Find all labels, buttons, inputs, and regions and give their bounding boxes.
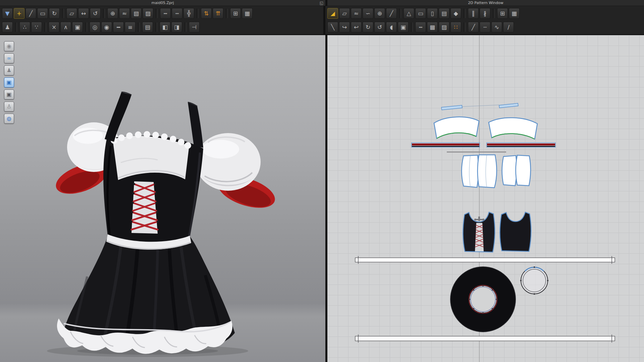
line-tool-icon[interactable]: ╱ <box>468 22 479 33</box>
transform-pattern-icon[interactable]: ◢ <box>327 8 338 19</box>
circle-skirt-pattern[interactable] <box>450 267 516 332</box>
dashed-line-tool-icon[interactable]: ┄ <box>480 22 490 33</box>
corset-panel-patterns[interactable] <box>462 155 531 188</box>
detach-sewing-icon[interactable]: ↩ <box>351 22 362 33</box>
edit-curvature-icon[interactable]: ≈ <box>351 8 362 19</box>
edit-texture-icon[interactable]: ▧ <box>131 8 142 19</box>
pin-tool-icon[interactable]: ⊣ <box>189 22 200 33</box>
toolbar-3d-row1: ▼+╱▭↻▱↔↺⊕≈▧▨┅┉╬⇅⇈⊞▦ <box>2 6 321 20</box>
grading-icon[interactable]: ∷ <box>450 22 461 33</box>
add-segment-icon[interactable]: ╱ <box>386 8 397 19</box>
right-puff-sleeve[interactable] <box>196 133 279 214</box>
viewport-3d[interactable]: ◉∞♟▣▣♙◍ <box>0 35 325 362</box>
select-pen-icon[interactable]: ╱ <box>25 8 36 19</box>
chest-band-patterns[interactable] <box>434 117 537 139</box>
sewing-cursor-icon[interactable]: ◎ <box>90 22 100 33</box>
bodice-front-pattern[interactable] <box>463 212 495 252</box>
box-select-icon[interactable]: ▭ <box>37 8 48 19</box>
move-pattern-icon[interactable]: ↔ <box>78 8 89 19</box>
toolbar-separator <box>44 22 46 32</box>
toolbar-separator <box>226 9 228 18</box>
move-sewing-icon[interactable]: ↪ <box>339 22 350 33</box>
pose-edit-icon[interactable]: ∧ <box>60 22 71 33</box>
strap-patterns[interactable] <box>441 103 518 110</box>
pattern-pieces-canvas[interactable] <box>327 35 644 362</box>
trim-strip-patterns[interactable] <box>412 143 555 153</box>
edit-sewing-icon[interactable]: ╲ <box>327 22 338 33</box>
arrangement-move-icon[interactable]: ∵ <box>31 22 42 33</box>
show-avatar-icon[interactable]: ♟ <box>4 65 14 75</box>
pattern-table-icon[interactable]: ▦ <box>242 8 253 19</box>
float-window-icon[interactable]: ◱ <box>320 0 323 6</box>
toolbar-separator <box>62 9 64 18</box>
guide-strip <box>447 152 506 153</box>
rotate-ccw-icon[interactable]: ↺ <box>374 22 385 33</box>
zipper-tool-icon[interactable]: ≡ <box>125 22 136 33</box>
curve-line-tool-icon[interactable]: ∿ <box>491 22 502 33</box>
toolbar-2d-row2: ╲↪↩↻↺◖▣┅▩▨∷╱┄∿∕ <box>327 20 642 34</box>
blouse-chest[interactable] <box>111 131 191 180</box>
show-grid-icon[interactable]: ⊞ <box>230 8 241 19</box>
tape-measure-icon[interactable]: ▤ <box>142 22 153 33</box>
arrangement-points-icon[interactable]: ∴ <box>19 22 30 33</box>
free-sewing-2d-icon[interactable]: ┅ <box>415 22 426 33</box>
edit-pattern-2d-icon[interactable]: ▱ <box>339 8 350 19</box>
transform-garment-icon[interactable]: ↻ <box>49 8 60 19</box>
render-view-icon[interactable]: ◉ <box>4 41 14 51</box>
simulate-icon[interactable]: ▼ <box>2 8 13 19</box>
avatar-display-icon[interactable]: ♟ <box>2 22 13 33</box>
titlebar-2d-pattern-window[interactable]: 2D Pattern Window <box>327 0 644 6</box>
free-sewing-icon[interactable]: ┉ <box>172 8 182 19</box>
show-grid-2d-icon[interactable]: ⊞ <box>497 8 508 19</box>
viewport-2d-pattern[interactable] <box>327 35 644 362</box>
polygon-pattern-icon[interactable]: △ <box>404 8 414 19</box>
lacing-hardware <box>474 217 484 221</box>
flatten-right-icon[interactable]: ◨ <box>171 22 182 33</box>
steam-iron-icon[interactable]: ◖ <box>386 22 397 33</box>
fabric-pattern-b-icon[interactable]: ▨ <box>439 22 449 33</box>
toolbar-separator <box>399 9 401 18</box>
pattern-table-2d-icon[interactable]: ▦ <box>509 8 520 19</box>
bodice-back-pattern[interactable] <box>500 212 531 251</box>
shield-validate-icon[interactable]: ◆ <box>450 8 461 19</box>
notch-tool-icon[interactable]: ∕ <box>503 22 514 33</box>
show-environment-icon[interactable]: ◍ <box>4 114 14 124</box>
rectangle-pattern-icon[interactable]: ▭ <box>415 8 426 19</box>
buttonhole-tool-icon[interactable]: ━ <box>113 22 124 33</box>
pleats-fold-icon[interactable]: ‖ <box>468 8 479 19</box>
fabric-pattern-a-icon[interactable]: ▩ <box>427 22 438 33</box>
fold-arrangement-icon[interactable]: ⇅ <box>201 8 212 19</box>
folder-pattern-icon[interactable]: ▤ <box>439 8 449 19</box>
rotate-cw-icon[interactable]: ↻ <box>363 22 373 33</box>
select-move-icon[interactable]: + <box>14 8 24 19</box>
toolbar-2d: ◢▱≈∽⊕╱△▭▯▤◆‖∦⊞▦ ╲↪↩↻↺◖▣┅▩▨∷╱┄∿∕ <box>325 6 644 34</box>
garment-3d-render[interactable] <box>0 35 325 362</box>
rotate-pattern-icon[interactable]: ↺ <box>90 8 101 19</box>
fold-strengthen-icon[interactable]: ⇈ <box>213 8 223 19</box>
mn-sewing-icon[interactable]: ╬ <box>183 8 194 19</box>
show-garment-icon[interactable]: ▣ <box>4 77 14 87</box>
add-point-2d-icon[interactable]: ⊕ <box>374 8 385 19</box>
show-mesh-icon[interactable]: ▣ <box>4 89 14 100</box>
edit-curve-point-icon[interactable]: ∽ <box>363 8 373 19</box>
pose-reset-icon[interactable]: × <box>49 22 59 33</box>
hem-ruffle-strip-pattern[interactable] <box>355 335 615 343</box>
flatten-left-icon[interactable]: ◧ <box>160 22 170 33</box>
edit-curve-icon[interactable]: ≈ <box>119 8 130 19</box>
titlebar-3d-window[interactable]: maid05.Zprj ◱ <box>0 0 325 6</box>
segment-sewing-icon[interactable]: ┅ <box>160 8 171 19</box>
show-garment-2d-icon[interactable]: ▣ <box>398 22 409 33</box>
toolbar-separator <box>155 22 157 32</box>
add-point-icon[interactable]: ⊕ <box>107 8 118 19</box>
toolbar-separator <box>138 22 140 32</box>
pleats-sew-icon[interactable]: ∦ <box>480 8 490 19</box>
edit-pattern-icon[interactable]: ▱ <box>66 8 77 19</box>
avatar-silhouette-icon[interactable]: ♙ <box>4 102 14 112</box>
arrangement-spheres-icon[interactable]: ∞ <box>4 53 14 63</box>
waist-strip-pattern[interactable] <box>355 256 615 264</box>
pattern-outline-icon[interactable]: ▨ <box>143 8 153 19</box>
show-garment-box-icon[interactable]: ▣ <box>72 22 83 33</box>
cuff-circle-pattern[interactable] <box>520 266 548 295</box>
button-tool-icon[interactable]: ◉ <box>101 22 112 33</box>
document-new-icon[interactable]: ▯ <box>427 8 438 19</box>
